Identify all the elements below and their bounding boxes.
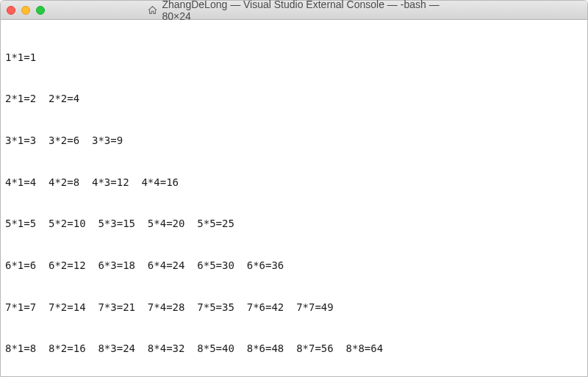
output-line: 7*1=7 7*2=14 7*3=21 7*4=28 7*5=35 7*6=42… [5,301,583,315]
output-line: 3*1=3 3*2=6 3*3=9 [5,134,583,148]
output-line: 4*1=4 4*2=8 4*3=12 4*4=16 [5,176,583,190]
terminal-window: ZhangDeLong — Visual Studio External Con… [0,0,588,377]
home-icon [148,5,158,15]
output-line: 1*1=1 [5,51,583,65]
close-button[interactable] [7,6,15,15]
output-line: 2*1=2 2*2=4 [5,92,583,106]
maximize-button[interactable] [36,6,45,15]
minimize-button[interactable] [21,6,30,15]
title-wrap: ZhangDeLong — Visual Studio External Con… [148,0,441,22]
window-title: ZhangDeLong — Visual Studio External Con… [162,0,441,22]
traffic-lights [7,6,45,15]
titlebar[interactable]: ZhangDeLong — Visual Studio External Con… [1,1,587,20]
output-line: 6*1=6 6*2=12 6*3=18 6*4=24 6*5=30 6*6=36 [5,259,583,273]
output-line: 5*1=5 5*2=10 5*3=15 5*4=20 5*5=25 [5,217,583,231]
terminal-body[interactable]: 1*1=1 2*1=2 2*2=4 3*1=3 3*2=6 3*3=9 4*1=… [1,20,587,376]
output-line: 8*1=8 8*2=16 8*3=24 8*4=32 8*5=40 8*6=48… [5,342,583,356]
